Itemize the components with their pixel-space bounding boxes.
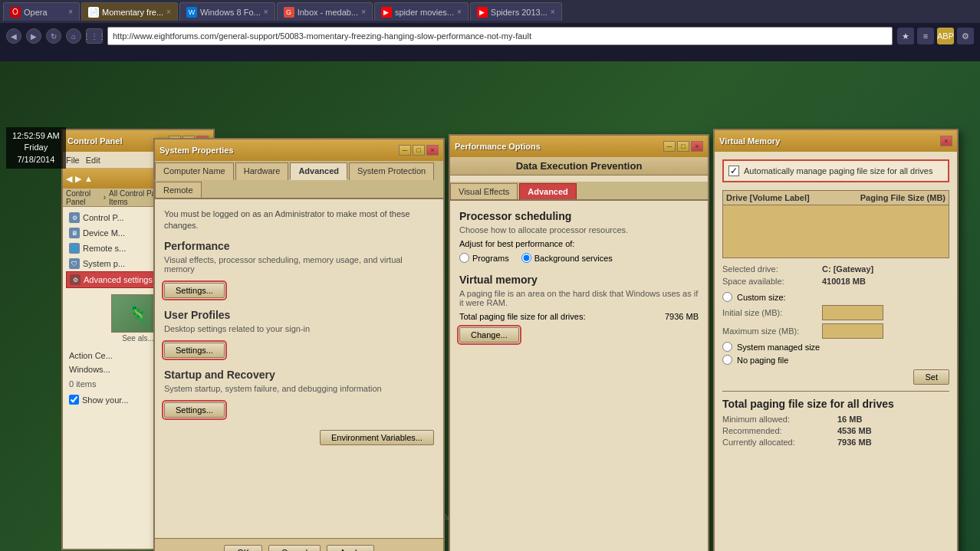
address-bar: ◀ ▶ ↻ ⌂ ⋮⋮⋮ ★ ≡ ABP ⚙ bbox=[0, 23, 980, 49]
apps-button[interactable]: ⋮⋮⋮ bbox=[86, 28, 103, 44]
vm-content: ✓ Automatically manage paging file size … bbox=[715, 152, 957, 461]
programs-label: Programs bbox=[472, 254, 509, 263]
startup-recovery-section: Startup and Recovery System startup, sys… bbox=[164, 369, 434, 418]
tab-close[interactable]: × bbox=[166, 8, 171, 16]
auto-manage-row: ✓ Automatically manage paging file size … bbox=[722, 159, 949, 182]
user-profiles-settings-btn[interactable]: Settings... bbox=[164, 343, 225, 358]
sp-maximize[interactable]: □ bbox=[413, 145, 425, 156]
custom-size-row: Custom size: bbox=[722, 292, 949, 302]
show-label: Show your... bbox=[82, 395, 129, 405]
vm-close[interactable]: × bbox=[940, 136, 952, 146]
youtube-icon2: ▶ bbox=[477, 7, 488, 18]
sp-cancel-btn[interactable]: Cancel bbox=[268, 545, 321, 552]
programs-radio-item: Programs bbox=[459, 253, 509, 263]
breadcrumb-control-panel[interactable]: Control Panel bbox=[66, 189, 100, 206]
sidebar-item-label: Windows... bbox=[69, 365, 110, 374]
system-managed-row: System managed size bbox=[722, 342, 949, 352]
sidebar-item-label: Device M... bbox=[83, 228, 125, 238]
no-paging-radio[interactable] bbox=[722, 355, 732, 365]
custom-size-radio[interactable] bbox=[722, 292, 732, 302]
sp-apply-btn[interactable]: Apply bbox=[327, 545, 374, 552]
system-managed-radio[interactable] bbox=[722, 342, 732, 352]
performance-desc: Visual effects, processor scheduling, me… bbox=[164, 255, 434, 274]
tab-computer-name[interactable]: Computer Name bbox=[155, 162, 234, 180]
po-maximize[interactable]: □ bbox=[677, 141, 689, 152]
forward-button[interactable]: ▶ bbox=[26, 28, 41, 44]
tab-spider[interactable]: ▶ spider movies... × bbox=[374, 2, 469, 21]
menu-edit[interactable]: Edit bbox=[86, 156, 100, 165]
nav-up-icon[interactable]: ▲ bbox=[84, 174, 93, 183]
tab-momentary[interactable]: 📄 Momentary fre... × bbox=[81, 2, 178, 21]
drive-info: Selected drive: C: [Gateway] Space avail… bbox=[722, 264, 949, 286]
vm-desc: A paging file is an area on the hard dis… bbox=[459, 289, 699, 307]
back-button[interactable]: ◀ bbox=[6, 28, 21, 44]
nav-back-icon[interactable]: ◀ bbox=[66, 174, 72, 184]
adblock-button[interactable]: ABP bbox=[937, 28, 954, 44]
browser-menu-button[interactable]: ≡ bbox=[917, 28, 934, 44]
bookmarks-button[interactable]: ★ bbox=[897, 28, 914, 44]
vm-dialog-controls: × bbox=[940, 136, 952, 146]
tab-windows8[interactable]: W Windows 8 Fo... × bbox=[179, 2, 275, 21]
sp-minimize[interactable]: ─ bbox=[399, 145, 411, 156]
auto-manage-checkbox[interactable]: ✓ bbox=[728, 166, 739, 176]
sp-close[interactable]: × bbox=[426, 145, 439, 156]
env-vars-btn[interactable]: Environment Variables... bbox=[320, 430, 434, 445]
selected-drive-row: Selected drive: C: [Gateway] bbox=[722, 264, 949, 274]
tab-inbox[interactable]: G Inbox - medab... × bbox=[277, 2, 373, 21]
system-props-titlebar: System Properties ─ □ × bbox=[155, 139, 443, 161]
browser-icons: ★ ≡ ABP ⚙ bbox=[897, 28, 974, 44]
size-col-header: Paging File Size (MB) bbox=[860, 193, 945, 202]
address-input[interactable] bbox=[107, 27, 893, 45]
show-checkbox[interactable] bbox=[69, 395, 79, 405]
sidebar-item-label: System p... bbox=[83, 259, 125, 268]
startup-recovery-settings-btn[interactable]: Settings... bbox=[164, 402, 225, 418]
maximum-size-input[interactable] bbox=[822, 323, 883, 339]
tab-close[interactable]: × bbox=[264, 8, 268, 16]
paging-list[interactable] bbox=[722, 205, 949, 258]
initial-size-input[interactable] bbox=[822, 305, 883, 320]
sidebar-item-label: Action Ce... bbox=[69, 351, 113, 360]
user-profiles-desc: Desktop settings related to your sign-in bbox=[164, 324, 434, 333]
programs-radio[interactable] bbox=[459, 253, 469, 263]
user-profiles-title: User Profiles bbox=[164, 309, 434, 321]
page-icon: 📄 bbox=[88, 7, 99, 18]
tab-close[interactable]: × bbox=[551, 8, 555, 16]
proc-sched-options: Programs Background services bbox=[459, 253, 699, 263]
po-minimize[interactable]: ─ bbox=[663, 141, 676, 152]
tab-close[interactable]: × bbox=[68, 8, 73, 16]
bg-services-radio[interactable] bbox=[521, 253, 531, 263]
tab-system-protection[interactable]: System Protection bbox=[349, 162, 434, 180]
windows-icon: W bbox=[186, 7, 197, 18]
tab-hardware[interactable]: Hardware bbox=[235, 162, 289, 180]
admin-notice: You must be logged on as an Administrato… bbox=[164, 208, 434, 232]
tab-opera[interactable]: O Opera × bbox=[3, 2, 80, 21]
home-button[interactable]: ⌂ bbox=[66, 28, 81, 44]
tab-advanced-perf[interactable]: Advanced bbox=[519, 183, 577, 199]
po-close[interactable]: × bbox=[691, 141, 703, 152]
more-button[interactable]: ⚙ bbox=[957, 28, 974, 44]
tab-visual-effects[interactable]: Visual Effects bbox=[450, 183, 518, 199]
nav-forward-icon[interactable]: ▶ bbox=[75, 174, 81, 184]
minimum-label: Minimum allowed: bbox=[722, 415, 837, 424]
tab-advanced[interactable]: Advanced bbox=[290, 162, 347, 180]
performance-settings-btn[interactable]: Settings... bbox=[164, 283, 225, 298]
browser-chrome: O Opera × 📄 Momentary fre... × W Windows… bbox=[0, 0, 980, 61]
tab-label: Opera bbox=[24, 8, 48, 17]
sidebar-item-label: Remote s... bbox=[83, 244, 126, 253]
main-area: 12:52:59 AM Friday 7/18/2014 Control Pan… bbox=[0, 61, 980, 551]
device-manager-icon: 🖥 bbox=[69, 228, 80, 238]
virtual-memory-dialog: Virtual Memory × ✓ Automatically manage … bbox=[713, 129, 959, 551]
refresh-button[interactable]: ↻ bbox=[46, 28, 61, 44]
menu-file[interactable]: File bbox=[66, 156, 80, 165]
tab-close[interactable]: × bbox=[457, 8, 462, 16]
total-paging-section: Total paging file size for all drives Mi… bbox=[722, 398, 949, 447]
tab-close[interactable]: × bbox=[361, 8, 366, 16]
vm-change-btn[interactable]: Change... bbox=[459, 327, 519, 343]
tab-spiders2013[interactable]: ▶ Spiders 2013... × bbox=[470, 2, 562, 21]
sp-ok-btn[interactable]: OK bbox=[224, 545, 262, 552]
adjust-label: Adjust for best performance of: bbox=[459, 239, 699, 248]
minimum-value: 16 MB bbox=[837, 415, 862, 424]
set-button[interactable]: Set bbox=[913, 369, 949, 385]
tab-remote[interactable]: Remote bbox=[155, 182, 202, 198]
clock-time: 12:52:59 AM bbox=[12, 130, 60, 142]
